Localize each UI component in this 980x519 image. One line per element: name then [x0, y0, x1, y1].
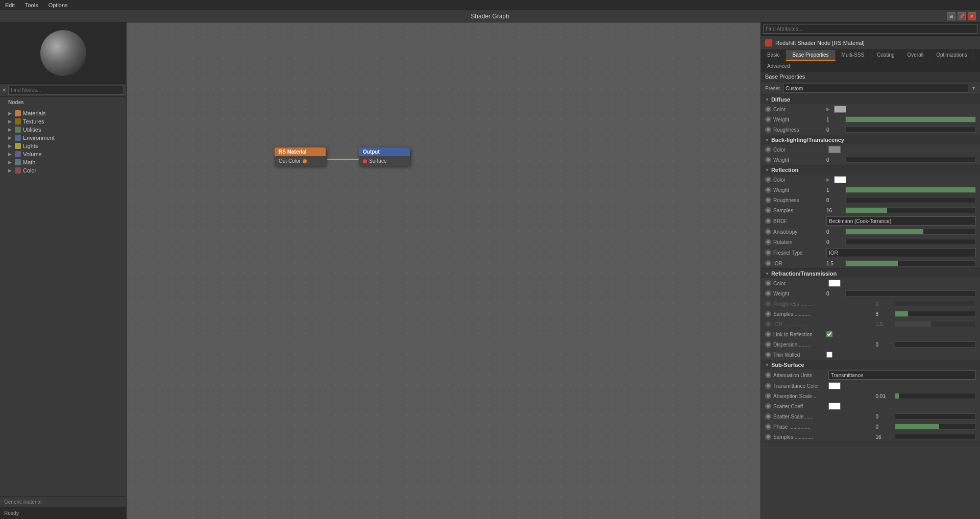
refraction-weight-icon[interactable] [765, 290, 771, 296]
tab-multi-sss[interactable]: Multi-SSS [836, 50, 871, 61]
ss-attenuation-icon[interactable] [765, 372, 771, 378]
reflection-color-swatch[interactable] [834, 176, 846, 183]
close-button[interactable]: ✕ [968, 12, 976, 20]
tab-bar: Basic Base Properties Multi-SSS Coating … [761, 50, 980, 61]
rs-material-node[interactable]: RS Material Out Color [275, 147, 326, 166]
tree-item-lights[interactable]: ▶ Lights [0, 142, 126, 150]
refraction-samples-label: Samples ........... [773, 311, 874, 317]
refraction-link-checkbox[interactable] [826, 331, 832, 337]
ss-scatter-coeff-icon[interactable] [765, 403, 771, 409]
ss-phase-icon[interactable] [765, 424, 771, 430]
reflection-brdf-dropdown[interactable]: Beckmann (Cook-Torrance) [826, 216, 976, 226]
reflection-samples-icon[interactable] [765, 207, 771, 213]
diffuse-section-header[interactable]: ▼ Diffuse [761, 95, 980, 104]
tree-item-math[interactable]: ▶ Math [0, 158, 126, 166]
reflection-rotation-icon[interactable] [765, 239, 771, 245]
backlighting-weight-icon[interactable] [765, 157, 771, 163]
menu-options[interactable]: Options [46, 2, 70, 8]
close-find-icon[interactable]: ✕ [2, 87, 6, 93]
preset-dropdown[interactable]: Custom [783, 84, 968, 93]
refraction-dispersion-icon[interactable] [765, 341, 771, 348]
diffuse-weight-slider[interactable] [845, 116, 976, 122]
backlighting-color-icon[interactable] [765, 146, 771, 153]
refraction-ior-slider [895, 321, 976, 327]
refraction-thin-checkbox[interactable] [826, 352, 832, 358]
find-attrs-input[interactable] [763, 24, 978, 34]
diffuse-color-swatch[interactable] [834, 106, 846, 113]
backlighting-section-header[interactable]: ▼ Back-lighting/Translucency [761, 135, 980, 144]
diffuse-color-icon[interactable] [765, 106, 771, 112]
diffuse-roughness-slider[interactable] [845, 127, 976, 133]
refraction-color-icon[interactable] [765, 280, 771, 286]
find-nodes-input[interactable] [8, 86, 124, 95]
diffuse-weight-icon[interactable] [765, 116, 771, 122]
ss-scatter-scale-slider[interactable] [895, 413, 976, 419]
ss-samples-slider[interactable] [895, 434, 976, 440]
output-node[interactable]: Output Surface [359, 147, 410, 166]
tree-item-color[interactable]: ▶ Color [0, 166, 126, 175]
ss-scatter-coeff-swatch[interactable] [828, 403, 841, 410]
status-bar: Ready [0, 507, 126, 519]
backlighting-color-swatch[interactable] [828, 146, 841, 153]
diffuse-roughness-icon[interactable] [765, 127, 771, 133]
reflection-roughness-slider[interactable] [845, 197, 976, 203]
tree-item-environment[interactable]: ▶ Environment [0, 134, 126, 142]
expand-button[interactable]: ⊞ [947, 12, 955, 20]
surface-port[interactable]: Surface [363, 158, 406, 164]
ss-attenuation-dropdown[interactable]: Transmittance [828, 370, 976, 380]
ss-absorption-icon[interactable] [765, 393, 771, 399]
menu-tools[interactable]: Tools [23, 2, 40, 8]
ss-phase-slider[interactable] [895, 424, 976, 430]
reflection-brdf-icon[interactable] [765, 218, 771, 224]
ss-transmittance-swatch[interactable] [828, 382, 841, 389]
tree-item-materials[interactable]: ▶ Materials [0, 109, 126, 117]
refraction-samples-icon[interactable] [765, 311, 771, 317]
reflection-color-icon[interactable] [765, 177, 771, 183]
reflection-samples-slider[interactable] [845, 207, 976, 213]
refraction-weight-slider[interactable] [845, 290, 976, 296]
reflection-roughness-icon[interactable] [765, 197, 771, 203]
pin-button[interactable]: 📌 [958, 12, 966, 20]
tab-coating[interactable]: Coating [871, 50, 901, 61]
ss-absorption-slider[interactable] [895, 393, 976, 399]
reflection-rotation-value-container: 0 [826, 239, 976, 245]
out-color-port[interactable]: Out Color [279, 158, 322, 164]
tree-item-volume[interactable]: ▶ Volume [0, 150, 126, 158]
refraction-section-header[interactable]: ▼ Refraction/Transmission [761, 269, 980, 278]
ss-absorption-label: Absorption Scale .. [773, 393, 874, 399]
menu-edit[interactable]: Edit [3, 2, 17, 8]
refraction-color-swatch[interactable] [828, 280, 841, 287]
reflection-rotation-slider[interactable] [845, 239, 976, 245]
tree-item-utilities[interactable]: ▶ Utilities [0, 126, 126, 134]
reflection-ior-slider[interactable] [845, 260, 976, 266]
ss-transmittance-icon[interactable] [765, 383, 771, 389]
refraction-link-icon[interactable] [765, 331, 771, 337]
sphere-icon [40, 30, 86, 76]
tab-advanced[interactable]: Advanced [761, 61, 796, 71]
tab-basic[interactable]: Basic [761, 50, 786, 61]
reflection-brdf-label: BRDF [773, 218, 824, 224]
reflection-anisotropy-icon[interactable] [765, 229, 771, 235]
refraction-dispersion-slider[interactable] [895, 341, 976, 348]
tab-base-properties[interactable]: Base Properties [786, 50, 835, 61]
reflection-anisotropy-slider[interactable] [845, 229, 976, 235]
refraction-thin-icon[interactable] [765, 352, 771, 358]
ss-samples-icon[interactable] [765, 434, 771, 440]
reflection-color-row: Color ▶ [761, 175, 980, 185]
ss-scatter-scale-icon[interactable] [765, 413, 771, 419]
reflection-fresnel-dropdown[interactable]: IOR [826, 248, 976, 257]
backlighting-weight-slider[interactable] [845, 157, 976, 163]
tree-item-textures[interactable]: ▶ Textures [0, 117, 126, 126]
canvas-area[interactable]: RS Material Out Color Output Surface [127, 22, 761, 519]
reflection-fresnel-icon[interactable] [765, 250, 771, 256]
refraction-samples-slider[interactable] [895, 311, 976, 317]
tab-optimizations[interactable]: Optimizations [930, 50, 974, 61]
refraction-weight-value: 0 [826, 291, 844, 296]
reflection-weight-icon[interactable] [765, 187, 771, 193]
tree-label-utilities: Utilities [23, 127, 41, 133]
reflection-section-header[interactable]: ▼ Reflection [761, 165, 980, 175]
reflection-ior-icon[interactable] [765, 260, 771, 266]
reflection-weight-slider[interactable] [845, 187, 976, 193]
subsurface-section-header[interactable]: ▼ Sub-Surface [761, 360, 980, 369]
tab-overall[interactable]: Overall [901, 50, 930, 61]
